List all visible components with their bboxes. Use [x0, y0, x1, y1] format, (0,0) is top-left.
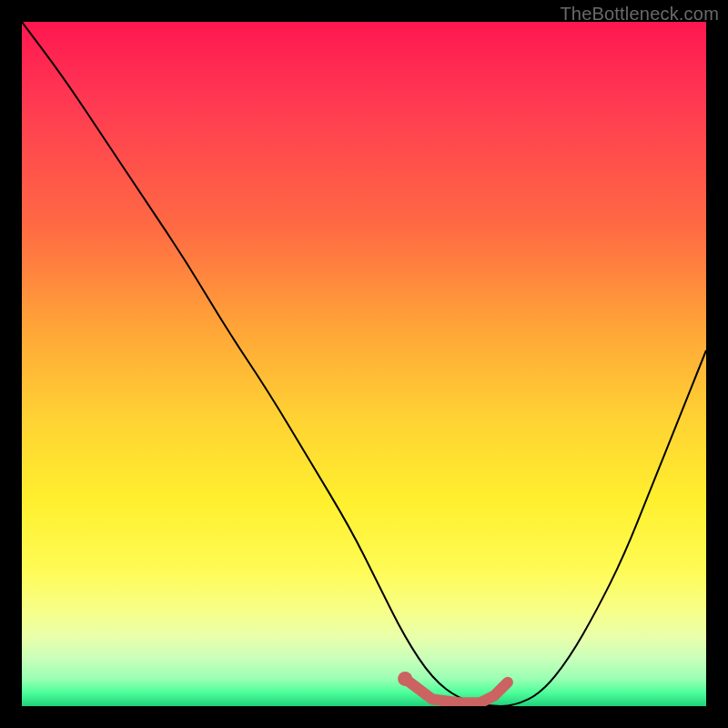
chart-stage: TheBottleneck.com	[0, 0, 728, 728]
valley-highlight-dot	[398, 672, 412, 686]
valley-highlight	[405, 679, 508, 703]
plot-area	[22, 22, 706, 706]
bottleneck-curve	[22, 22, 706, 706]
chart-svg	[22, 22, 706, 706]
